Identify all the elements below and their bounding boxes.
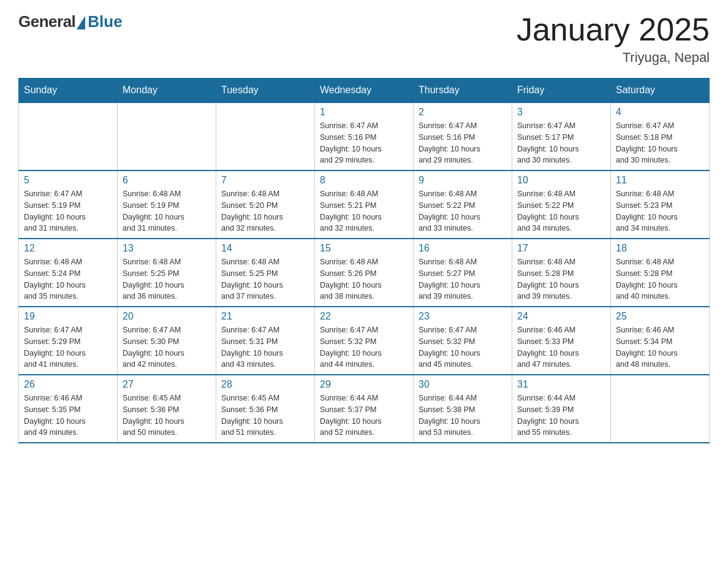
- day-info: Sunrise: 6:46 AM Sunset: 5:34 PM Dayligh…: [616, 324, 704, 370]
- calendar-cell: 8Sunrise: 6:48 AM Sunset: 5:21 PM Daylig…: [315, 170, 414, 239]
- weekday-header-thursday: Thursday: [414, 79, 512, 103]
- day-number: 7: [221, 175, 309, 186]
- day-info: Sunrise: 6:44 AM Sunset: 5:39 PM Dayligh…: [517, 393, 605, 439]
- calendar-cell: 27Sunrise: 6:45 AM Sunset: 5:36 PM Dayli…: [118, 375, 216, 443]
- calendar-cell: [611, 375, 710, 443]
- day-info: Sunrise: 6:48 AM Sunset: 5:25 PM Dayligh…: [123, 256, 211, 302]
- calendar-cell: [216, 102, 315, 170]
- day-info: Sunrise: 6:48 AM Sunset: 5:19 PM Dayligh…: [123, 188, 211, 234]
- day-info: Sunrise: 6:48 AM Sunset: 5:28 PM Dayligh…: [517, 256, 605, 302]
- calendar-cell: [19, 102, 118, 170]
- weekday-header-saturday: Saturday: [611, 79, 710, 103]
- day-number: 6: [123, 175, 211, 186]
- calendar-cell: 15Sunrise: 6:48 AM Sunset: 5:26 PM Dayli…: [315, 239, 414, 307]
- calendar-cell: 2Sunrise: 6:47 AM Sunset: 5:16 PM Daylig…: [414, 102, 512, 170]
- calendar-table: SundayMondayTuesdayWednesdayThursdayFrid…: [18, 78, 710, 443]
- calendar-cell: 23Sunrise: 6:47 AM Sunset: 5:32 PM Dayli…: [414, 307, 512, 375]
- day-info: Sunrise: 6:48 AM Sunset: 5:20 PM Dayligh…: [221, 188, 309, 234]
- day-info: Sunrise: 6:45 AM Sunset: 5:36 PM Dayligh…: [123, 393, 211, 439]
- calendar-cell: 31Sunrise: 6:44 AM Sunset: 5:39 PM Dayli…: [512, 375, 611, 443]
- day-info: Sunrise: 6:48 AM Sunset: 5:26 PM Dayligh…: [320, 256, 408, 302]
- day-number: 29: [320, 379, 408, 390]
- day-number: 4: [616, 107, 704, 118]
- day-number: 14: [221, 243, 309, 254]
- day-info: Sunrise: 6:47 AM Sunset: 5:32 PM Dayligh…: [419, 324, 507, 370]
- weekday-header-sunday: Sunday: [19, 79, 118, 103]
- day-info: Sunrise: 6:47 AM Sunset: 5:18 PM Dayligh…: [616, 120, 704, 166]
- day-number: 18: [616, 243, 704, 254]
- calendar-cell: 9Sunrise: 6:48 AM Sunset: 5:22 PM Daylig…: [414, 170, 512, 239]
- day-number: 5: [24, 175, 112, 186]
- day-number: 10: [517, 175, 605, 186]
- day-info: Sunrise: 6:47 AM Sunset: 5:32 PM Dayligh…: [320, 324, 408, 370]
- calendar-cell: 20Sunrise: 6:47 AM Sunset: 5:30 PM Dayli…: [118, 307, 216, 375]
- weekday-header-friday: Friday: [512, 79, 611, 103]
- calendar-cell: 25Sunrise: 6:46 AM Sunset: 5:34 PM Dayli…: [611, 307, 710, 375]
- day-info: Sunrise: 6:48 AM Sunset: 5:28 PM Dayligh…: [616, 256, 704, 302]
- day-number: 25: [616, 311, 704, 322]
- logo-triangle-icon: [77, 16, 85, 29]
- page-header: General Blue January 2025 Triyuga, Nepal: [18, 12, 710, 66]
- calendar-cell: 11Sunrise: 6:48 AM Sunset: 5:23 PM Dayli…: [611, 170, 710, 239]
- day-info: Sunrise: 6:48 AM Sunset: 5:22 PM Dayligh…: [517, 188, 605, 234]
- day-number: 1: [320, 107, 408, 118]
- calendar-cell: 3Sunrise: 6:47 AM Sunset: 5:17 PM Daylig…: [512, 102, 611, 170]
- day-number: 23: [419, 311, 507, 322]
- calendar-cell: 14Sunrise: 6:48 AM Sunset: 5:25 PM Dayli…: [216, 239, 315, 307]
- day-info: Sunrise: 6:48 AM Sunset: 5:25 PM Dayligh…: [221, 256, 309, 302]
- calendar-cell: 22Sunrise: 6:47 AM Sunset: 5:32 PM Dayli…: [315, 307, 414, 375]
- logo-blue-text: Blue: [88, 12, 122, 31]
- day-info: Sunrise: 6:47 AM Sunset: 5:29 PM Dayligh…: [24, 324, 112, 370]
- calendar-cell: 10Sunrise: 6:48 AM Sunset: 5:22 PM Dayli…: [512, 170, 611, 239]
- location-label: Triyuga, Nepal: [517, 50, 710, 66]
- day-number: 9: [419, 175, 507, 186]
- weekday-header-tuesday: Tuesday: [216, 79, 315, 103]
- day-info: Sunrise: 6:47 AM Sunset: 5:30 PM Dayligh…: [123, 324, 211, 370]
- day-number: 21: [221, 311, 309, 322]
- calendar-cell: 7Sunrise: 6:48 AM Sunset: 5:20 PM Daylig…: [216, 170, 315, 239]
- day-number: 16: [419, 243, 507, 254]
- day-info: Sunrise: 6:44 AM Sunset: 5:38 PM Dayligh…: [419, 393, 507, 439]
- title-section: January 2025 Triyuga, Nepal: [517, 12, 710, 66]
- calendar-cell: 30Sunrise: 6:44 AM Sunset: 5:38 PM Dayli…: [414, 375, 512, 443]
- calendar-header-row: SundayMondayTuesdayWednesdayThursdayFrid…: [19, 79, 710, 103]
- day-number: 28: [221, 379, 309, 390]
- weekday-header-wednesday: Wednesday: [315, 79, 414, 103]
- day-info: Sunrise: 6:46 AM Sunset: 5:33 PM Dayligh…: [517, 324, 605, 370]
- calendar-cell: 12Sunrise: 6:48 AM Sunset: 5:24 PM Dayli…: [19, 239, 118, 307]
- day-info: Sunrise: 6:48 AM Sunset: 5:24 PM Dayligh…: [24, 256, 112, 302]
- day-info: Sunrise: 6:45 AM Sunset: 5:36 PM Dayligh…: [221, 393, 309, 439]
- calendar-week-5: 26Sunrise: 6:46 AM Sunset: 5:35 PM Dayli…: [19, 375, 710, 443]
- day-number: 13: [123, 243, 211, 254]
- day-number: 19: [24, 311, 112, 322]
- day-info: Sunrise: 6:44 AM Sunset: 5:37 PM Dayligh…: [320, 393, 408, 439]
- calendar-cell: 4Sunrise: 6:47 AM Sunset: 5:18 PM Daylig…: [611, 102, 710, 170]
- day-number: 31: [517, 379, 605, 390]
- day-info: Sunrise: 6:47 AM Sunset: 5:31 PM Dayligh…: [221, 324, 309, 370]
- day-number: 3: [517, 107, 605, 118]
- day-number: 12: [24, 243, 112, 254]
- day-number: 15: [320, 243, 408, 254]
- calendar-cell: 29Sunrise: 6:44 AM Sunset: 5:37 PM Dayli…: [315, 375, 414, 443]
- day-number: 11: [616, 175, 704, 186]
- calendar-cell: 18Sunrise: 6:48 AM Sunset: 5:28 PM Dayli…: [611, 239, 710, 307]
- day-info: Sunrise: 6:48 AM Sunset: 5:27 PM Dayligh…: [419, 256, 507, 302]
- day-number: 30: [419, 379, 507, 390]
- day-number: 8: [320, 175, 408, 186]
- calendar-cell: 24Sunrise: 6:46 AM Sunset: 5:33 PM Dayli…: [512, 307, 611, 375]
- calendar-cell: 28Sunrise: 6:45 AM Sunset: 5:36 PM Dayli…: [216, 375, 315, 443]
- day-number: 24: [517, 311, 605, 322]
- calendar-cell: 1Sunrise: 6:47 AM Sunset: 5:16 PM Daylig…: [315, 102, 414, 170]
- day-info: Sunrise: 6:46 AM Sunset: 5:35 PM Dayligh…: [24, 393, 112, 439]
- logo: General Blue: [18, 12, 123, 31]
- day-info: Sunrise: 6:48 AM Sunset: 5:23 PM Dayligh…: [616, 188, 704, 234]
- day-info: Sunrise: 6:48 AM Sunset: 5:22 PM Dayligh…: [419, 188, 507, 234]
- day-info: Sunrise: 6:47 AM Sunset: 5:16 PM Dayligh…: [320, 120, 408, 166]
- calendar-cell: 5Sunrise: 6:47 AM Sunset: 5:19 PM Daylig…: [19, 170, 118, 239]
- calendar-cell: 13Sunrise: 6:48 AM Sunset: 5:25 PM Dayli…: [118, 239, 216, 307]
- day-number: 26: [24, 379, 112, 390]
- calendar-cell: 19Sunrise: 6:47 AM Sunset: 5:29 PM Dayli…: [19, 307, 118, 375]
- day-info: Sunrise: 6:47 AM Sunset: 5:19 PM Dayligh…: [24, 188, 112, 234]
- month-title: January 2025: [517, 12, 710, 47]
- calendar-cell: 17Sunrise: 6:48 AM Sunset: 5:28 PM Dayli…: [512, 239, 611, 307]
